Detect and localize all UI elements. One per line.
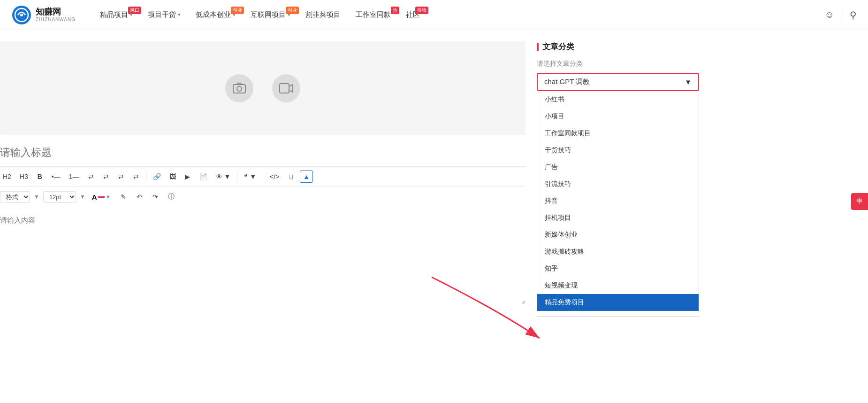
- color-swatch: [98, 196, 105, 198]
- code-btn[interactable]: </>: [267, 170, 282, 183]
- editor-wrapper: H2 H3 B •— 1— ⇄ ⇄ ⇄ ⇄ 🔗 🖼 ▶ 📄 👁 ▼ ❝ ▼ </…: [0, 41, 525, 306]
- dropdown-option[interactable]: 挂机项目: [537, 209, 699, 226]
- svg-rect-5: [280, 84, 289, 93]
- highlight-btn[interactable]: ✎: [117, 191, 129, 203]
- nav-item-label: 项目干货: [148, 10, 176, 19]
- dropdown-option[interactable]: 精品免费项目: [537, 294, 699, 311]
- header-divider: [842, 10, 842, 20]
- align-justify-btn[interactable]: ⇄: [130, 170, 142, 183]
- photo-upload-btn[interactable]: [225, 74, 253, 102]
- format-arrow: ▼: [34, 194, 39, 200]
- toolbar-sep2: [237, 172, 237, 181]
- chevron-down-icon: ▾: [178, 12, 181, 18]
- upload-area: [0, 41, 525, 135]
- dropdown-chevron: ▼: [685, 78, 692, 86]
- h2-btn[interactable]: H2: [0, 170, 14, 183]
- nav-badge: 创业: [286, 7, 299, 14]
- align-left-btn[interactable]: ⇄: [85, 170, 97, 183]
- editor-area: H2 H3 B •— 1— ⇄ ⇄ ⇄ ⇄ 🔗 🖼 ▶ 📄 👁 ▼ ❝ ▼ </…: [0, 41, 525, 317]
- main-nav: 精品项目风口 ▾项目干货 ▾低成本创业创业 ▾互联网项目创业 ▾割韭菜项目工作室…: [94, 8, 825, 22]
- nav-item[interactable]: 低成本创业创业 ▾: [190, 8, 241, 22]
- video-btn[interactable]: ▶: [182, 170, 194, 183]
- selected-value: chat GPT 调教: [544, 78, 590, 86]
- svg-point-4: [237, 86, 242, 91]
- nav-item-label: 工作室同款: [356, 10, 391, 19]
- toolbar-sep3: [263, 172, 263, 181]
- sidebar-section-title: 文章分类: [537, 41, 699, 52]
- dropdown-option[interactable]: 广告: [537, 159, 699, 176]
- nav-item[interactable]: 互联网项目创业 ▾: [245, 8, 296, 22]
- dropdown-option[interactable]: 知乎: [537, 260, 699, 277]
- nav-item-label: 割韭菜项目: [305, 10, 341, 19]
- nav-badge: 投稿: [415, 7, 428, 14]
- logo-en-text: ZHIZUANWANG: [36, 17, 76, 22]
- dropdown-option[interactable]: 工作室同款项目: [537, 125, 699, 142]
- search-icon[interactable]: ⚲: [850, 9, 857, 21]
- ol-btn[interactable]: 1—: [66, 170, 82, 183]
- nav-item[interactable]: 社区投稿: [400, 8, 426, 22]
- logo[interactable]: 知赚网 ZHIZUANWANG: [11, 5, 76, 25]
- undo-btn[interactable]: ↶: [133, 191, 145, 203]
- align-right-btn[interactable]: ⇄: [115, 170, 127, 183]
- toolbar-row1: H2 H3 B •— 1— ⇄ ⇄ ⇄ ⇄ 🔗 🖼 ▶ 📄 👁 ▼ ❝ ▼ </…: [0, 166, 525, 187]
- content-input[interactable]: [0, 210, 525, 304]
- nav-item-label: 低成本创业: [196, 10, 231, 19]
- float-button[interactable]: 申: [851, 193, 868, 210]
- redo-btn[interactable]: ↷: [149, 191, 161, 203]
- help-btn[interactable]: ⓘ: [165, 191, 177, 203]
- up-btn[interactable]: ▲: [300, 170, 313, 183]
- sidebar: 文章分类 请选择文章分类 chat GPT 调教 ▼ 小红书小项目工作室同款项目…: [525, 41, 699, 317]
- font-size-select[interactable]: 12pt: [43, 191, 76, 203]
- nav-badge: 热: [391, 7, 399, 14]
- toolbar-row2: 格式 ▼ 12pt ▼ A ▼ ✎ ↶ ↷ ⓘ: [0, 187, 525, 207]
- bold-btn[interactable]: B: [34, 170, 46, 183]
- font-color-label: A: [92, 193, 97, 201]
- nav-item-label: 互联网项目: [251, 10, 286, 19]
- font-color-btn[interactable]: A ▼: [89, 192, 114, 202]
- header: 知赚网 ZHIZUANWANG 精品项目风口 ▾项目干货 ▾低成本创业创业 ▾互…: [0, 0, 868, 30]
- dropdown-option[interactable]: 小红书: [537, 91, 699, 108]
- eye-btn[interactable]: 👁 ▼: [213, 170, 234, 183]
- dropdown-option[interactable]: 抖音: [537, 193, 699, 209]
- format-select[interactable]: 格式: [0, 191, 30, 203]
- h3-btn[interactable]: H3: [17, 170, 31, 183]
- dropdown-option[interactable]: 精品项目: [537, 311, 699, 317]
- header-right: ☺ ⚲: [825, 9, 857, 21]
- category-dropdown-list[interactable]: 小红书小项目工作室同款项目干货技巧广告引流技巧抖音挂机项目新媒体创业游戏搬砖攻略…: [537, 91, 699, 317]
- video-upload-btn[interactable]: [272, 74, 300, 102]
- title-input[interactable]: [0, 143, 525, 163]
- logo-cn-text: 知赚网: [36, 8, 76, 17]
- dropdown-option[interactable]: 游戏搬砖攻略: [537, 243, 699, 260]
- dropdown-option[interactable]: 短视频变现: [537, 277, 699, 294]
- sidebar-label: 请选择文章分类: [537, 60, 699, 68]
- nav-item-label: 精品项目: [100, 10, 128, 19]
- fullscreen-btn[interactable]: ⨆: [285, 170, 297, 183]
- link-btn[interactable]: 🔗: [150, 170, 164, 183]
- toolbar-sep1: [146, 172, 146, 181]
- dropdown-option[interactable]: 干货技巧: [537, 142, 699, 159]
- align-center-btn[interactable]: ⇄: [100, 170, 112, 183]
- ul-btn[interactable]: •—: [49, 170, 63, 183]
- nav-badge: 风口: [128, 7, 141, 14]
- user-icon[interactable]: ☺: [825, 9, 834, 20]
- nav-item[interactable]: 精品项目风口 ▾: [94, 8, 138, 22]
- nav-item[interactable]: 工作室同款热: [350, 8, 396, 22]
- svg-rect-3: [233, 85, 245, 93]
- category-dropdown-selected[interactable]: chat GPT 调教 ▼: [537, 73, 699, 91]
- nav-badge: 创业: [231, 7, 244, 14]
- image-btn[interactable]: 🖼: [167, 170, 179, 183]
- dropdown-option[interactable]: 新媒体创业: [537, 226, 699, 243]
- nav-item[interactable]: 割韭菜项目: [300, 8, 346, 22]
- svg-point-2: [20, 14, 23, 16]
- quote-btn[interactable]: ❝ ▼: [241, 170, 259, 183]
- dropdown-option[interactable]: 引流技巧: [537, 176, 699, 193]
- fontsize-arrow: ▼: [80, 194, 85, 200]
- nav-item[interactable]: 项目干货 ▾: [142, 8, 186, 22]
- dropdown-option[interactable]: 小项目: [537, 108, 699, 125]
- main-layout: H2 H3 B •— 1— ⇄ ⇄ ⇄ ⇄ 🔗 🖼 ▶ 📄 👁 ▼ ❝ ▼ </…: [0, 30, 868, 317]
- file-btn[interactable]: 📄: [197, 170, 210, 183]
